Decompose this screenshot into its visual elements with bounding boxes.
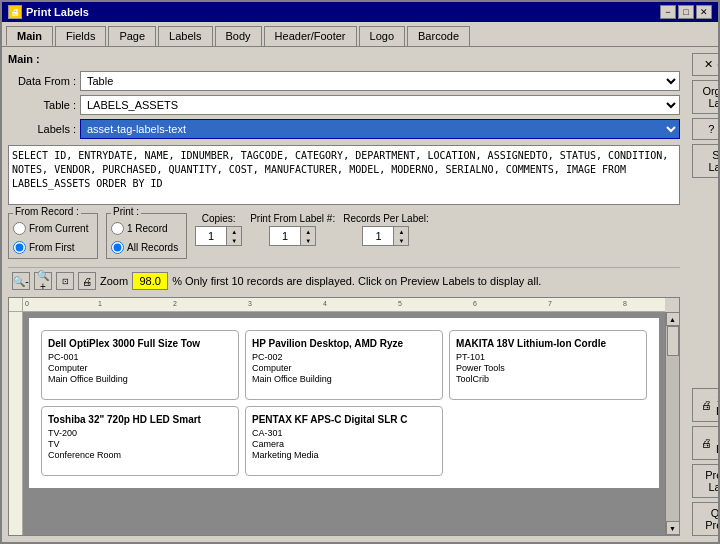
canvas-scroll[interactable]: Dell OptiPlex 3000 Full Size Tow PC-001 … <box>23 312 665 535</box>
scroll-thumb[interactable] <box>667 326 679 356</box>
label-loc-1: Main Office Building <box>48 374 232 384</box>
close-window-button[interactable]: ✕ <box>696 5 712 19</box>
from-current-radio[interactable] <box>13 222 26 235</box>
print-from-label-up[interactable]: ▲ <box>301 227 315 236</box>
copies-down[interactable]: ▼ <box>227 236 241 245</box>
zoom-in-button[interactable]: 🔍+ <box>34 272 52 290</box>
left-panel: Main : Data From : Table Table : LABELS_… <box>2 47 686 542</box>
tab-barcode[interactable]: Barcode <box>407 26 470 46</box>
tab-body[interactable]: Body <box>215 26 262 46</box>
from-first-radio[interactable] <box>13 241 26 254</box>
table-row: Table : LABELS_ASSETS <box>8 95 680 115</box>
label-loc-3: ToolCrib <box>456 374 640 384</box>
right-panel: ✕ Close Organize Labels ? Help Save Labe… <box>686 47 718 542</box>
print-icon-button[interactable]: 🖨 <box>78 272 96 290</box>
one-record-radio[interactable] <box>111 222 124 235</box>
from-record-label: From Record : <box>13 206 81 217</box>
options-row: From Record : From Current From First Pr… <box>8 213 680 259</box>
records-per-label-down[interactable]: ▼ <box>394 236 408 245</box>
print-icon: 🖨 <box>701 437 712 449</box>
label-id-2: PC-002 <box>252 352 436 362</box>
from-first-option[interactable]: From First <box>13 241 89 254</box>
copies-label: Copies: <box>202 213 236 224</box>
quick-preview-button[interactable]: Quick Preview <box>692 502 718 536</box>
all-records-label: All Records <box>127 242 178 253</box>
records-per-label-input[interactable] <box>363 227 393 245</box>
print-from-label-down[interactable]: ▼ <box>301 236 315 245</box>
records-per-label-control: ▲ ▼ <box>362 226 409 246</box>
scroll-down-button[interactable]: ▼ <box>666 521 680 535</box>
label-id-3: PT-101 <box>456 352 640 362</box>
records-per-label-up[interactable]: ▲ <box>394 227 408 236</box>
labels-label: Labels : <box>8 123 76 135</box>
label-cat-5: Camera <box>252 439 436 449</box>
tab-headerfooter[interactable]: Header/Footer <box>264 26 357 46</box>
vertical-scrollbar[interactable]: ▲ ▼ <box>665 312 679 535</box>
one-record-label: 1 Record <box>127 223 168 234</box>
print-labels-button[interactable]: 🖨 Print Labels <box>692 426 718 460</box>
zoom-label: Zoom <box>100 275 128 287</box>
close-button[interactable]: ✕ Close <box>692 53 718 76</box>
tab-fields[interactable]: Fields <box>55 26 106 46</box>
organize-labels-button[interactable]: Organize Labels <box>692 80 718 114</box>
label-cat-3: Power Tools <box>456 363 640 373</box>
data-from-label: Data From : <box>8 75 76 87</box>
tab-main[interactable]: Main <box>6 26 53 46</box>
label-loc-5: Marketing Media <box>252 450 436 460</box>
select-printer-button[interactable]: 🖨 Select Printer <box>692 388 718 422</box>
help-button[interactable]: ? Help <box>692 118 718 140</box>
print-from-label-input[interactable] <box>270 227 300 245</box>
label-id-4: TV-200 <box>48 428 232 438</box>
all-records-option[interactable]: All Records <box>111 241 178 254</box>
all-records-radio[interactable] <box>111 241 124 254</box>
from-current-option[interactable]: From Current <box>13 222 89 235</box>
minimize-button[interactable]: − <box>660 5 676 19</box>
print-label: Print : <box>111 206 141 217</box>
table-select[interactable]: LABELS_ASSETS <box>80 95 680 115</box>
copies-control: ▲ ▼ <box>195 226 242 246</box>
labels-select[interactable]: asset-tag-labels-text <box>80 119 680 139</box>
preview-labels-button[interactable]: Preview Labels <box>692 464 718 498</box>
copies-up[interactable]: ▲ <box>227 227 241 236</box>
label-id-1: PC-001 <box>48 352 232 362</box>
label-cat-2: Computer <box>252 363 436 373</box>
tab-logo[interactable]: Logo <box>359 26 405 46</box>
data-from-row: Data From : Table <box>8 71 680 91</box>
scroll-track[interactable] <box>666 326 680 521</box>
window-title: Print Labels <box>26 6 89 18</box>
one-record-option[interactable]: 1 Record <box>111 222 178 235</box>
list-item: HP Pavilion Desktop, AMD Ryze PC-002 Com… <box>245 330 443 400</box>
section-label: Main : <box>8 53 680 65</box>
toolbar-info: % Only first 10 records are displayed. C… <box>172 275 541 287</box>
scroll-up-button[interactable]: ▲ <box>666 312 680 326</box>
from-current-label: From Current <box>29 223 88 234</box>
window-icon: 🖨 <box>8 5 22 19</box>
list-item: PENTAX KF APS-C Digital SLR C CA-301 Cam… <box>245 406 443 476</box>
zoom-input[interactable] <box>132 272 168 290</box>
label-id-5: CA-301 <box>252 428 436 438</box>
preview-toolbar: 🔍- 🔍+ ⊡ 🖨 Zoom % Only first 10 records a… <box>8 267 680 293</box>
label-title-5: PENTAX KF APS-C Digital SLR C <box>252 413 436 426</box>
labels-row: Labels : asset-tag-labels-text <box>8 119 680 139</box>
data-from-select[interactable]: Table <box>80 71 680 91</box>
canvas-body: Dell OptiPlex 3000 Full Size Tow PC-001 … <box>9 312 679 535</box>
table-label: Table : <box>8 99 76 111</box>
records-per-label-label: Records Per Label: <box>343 213 429 224</box>
copies-input[interactable] <box>196 227 226 245</box>
zoom-out-button[interactable]: 🔍- <box>12 272 30 290</box>
label-title-3: MAKITA 18V Lithium-Ion Cordle <box>456 337 640 350</box>
ruler-row: 0 1 2 3 4 5 6 7 8 <box>9 298 679 312</box>
help-icon: ? <box>708 123 714 135</box>
maximize-button[interactable]: □ <box>678 5 694 19</box>
fit-button[interactable]: ⊡ <box>56 272 74 290</box>
tab-page[interactable]: Page <box>108 26 156 46</box>
label-title-2: HP Pavilion Desktop, AMD Ryze <box>252 337 436 350</box>
print-from-label-group: Print From Label #: ▲ ▼ <box>250 213 335 246</box>
ruler-corner-right <box>665 298 679 312</box>
label-title-4: Toshiba 32" 720p HD LED Smart <box>48 413 232 426</box>
sql-display: SELECT ID, ENTRYDATE, NAME, IDNUMBER, TA… <box>8 145 680 205</box>
tab-labels[interactable]: Labels <box>158 26 212 46</box>
list-item: Toshiba 32" 720p HD LED Smart TV-200 TV … <box>41 406 239 476</box>
save-labels-button[interactable]: Save Labels <box>692 144 718 178</box>
label-cat-4: TV <box>48 439 232 449</box>
